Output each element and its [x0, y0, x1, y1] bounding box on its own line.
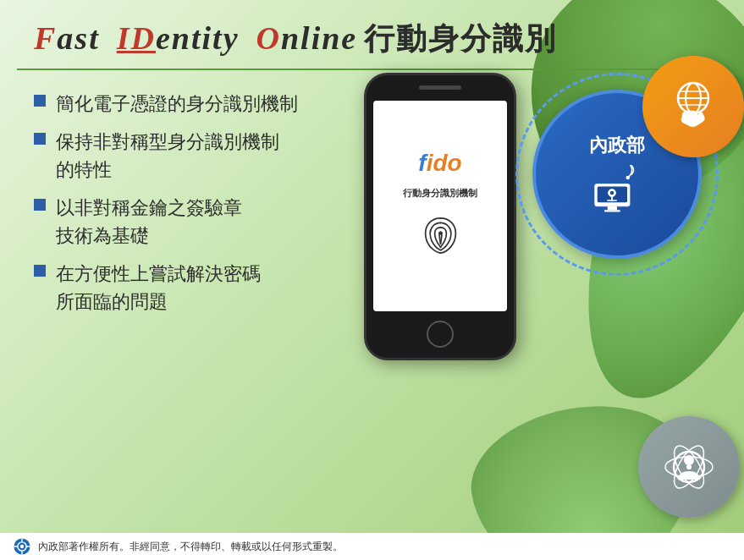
footer-logo-icon	[13, 537, 31, 556]
fingerprint-area	[417, 212, 464, 262]
identity-id: ID	[117, 20, 156, 56]
header-divider	[17, 69, 727, 70]
bullet-text-3: 以非對稱金鑰之簽驗章技術為基礎	[56, 194, 389, 250]
globe-hand-icon	[664, 77, 723, 136]
page-title: Fast IDentity Online 行動身分識別	[34, 19, 719, 60]
circle-gray	[638, 416, 740, 518]
bullet-text-1: 簡化電子憑證的身分識別機制	[56, 90, 389, 118]
bullet-item-2: 保持非對稱型身分識別機制的特性	[34, 128, 389, 184]
bullet-square-2	[34, 133, 46, 145]
bullet-square-1	[34, 95, 46, 107]
footer: 內政部著作權所有。非經同意，不得轉印、轉載或以任何形式重製。	[0, 533, 744, 560]
svg-point-7	[626, 176, 631, 180]
phone-home-button	[427, 321, 454, 348]
svg-point-18	[686, 464, 692, 469]
phone-body: fido 行動身分識別機制	[364, 73, 516, 360]
online-o: O	[256, 20, 281, 56]
svg-rect-3	[608, 206, 617, 211]
title-word-online: Online	[256, 19, 358, 57]
svg-point-6	[610, 191, 614, 195]
location-computer-icon	[587, 165, 647, 216]
bullet-text-4: 在方便性上嘗試解決密碼所面臨的問題	[56, 260, 389, 316]
bullet-item-3: 以非對稱金鑰之簽驗章技術為基礎	[34, 194, 389, 250]
bullet-list: 簡化電子憑證的身分識別機制 保持非對稱型身分識別機制的特性 以非對稱金鑰之簽驗章…	[34, 81, 389, 535]
phone-mockup: fido 行動身分識別機制	[364, 73, 516, 360]
circle-blue-label: 內政部	[589, 133, 645, 158]
fido-ido: ido	[427, 150, 462, 176]
phone-screen: fido 行動身分識別機制	[373, 101, 507, 311]
bullet-item-4: 在方便性上嘗試解決密碼所面臨的問題	[34, 260, 389, 316]
svg-point-0	[438, 231, 442, 234]
screen-text: 行動身分識別機制	[400, 184, 481, 203]
header: Fast IDentity Online 行動身分識別	[0, 0, 744, 69]
title-chinese: 行動身分識別	[364, 19, 557, 60]
title-word-fast: Fast	[34, 19, 100, 57]
main-content: Fast IDentity Online 行動身分識別 簡化電子憑證的身分識別機…	[0, 0, 744, 560]
svg-point-21	[20, 545, 24, 548]
circle-orange	[642, 56, 744, 157]
bullet-square-3	[34, 199, 46, 211]
fast-f: F	[34, 20, 57, 56]
identity-entity: entity	[156, 20, 240, 56]
fido-logo: fido	[418, 150, 461, 177]
bullet-text-2: 保持非對稱型身分識別機制的特性	[56, 128, 389, 184]
bullet-item-1: 簡化電子憑證的身分識別機制	[34, 90, 389, 118]
phone-speaker	[419, 85, 461, 90]
footer-text: 內政部著作權所有。非經同意，不得轉印、轉載或以任何形式重製。	[38, 540, 343, 554]
bullet-square-4	[34, 265, 46, 277]
online-nline: nline	[281, 20, 357, 56]
fingerprint-icon	[417, 212, 464, 259]
fido-f-letter: f	[418, 150, 426, 176]
atom-person-icon	[659, 437, 719, 497]
svg-rect-4	[604, 210, 620, 211]
title-word-identity: IDentity	[117, 19, 240, 57]
main-area: 簡化電子憑證的身分識別機制 保持非對稱型身分識別機制的特性 以非對稱金鑰之簽驗章…	[0, 77, 744, 560]
fast-ast: ast	[57, 20, 99, 56]
right-side: fido 行動身分識別機制	[389, 81, 727, 535]
